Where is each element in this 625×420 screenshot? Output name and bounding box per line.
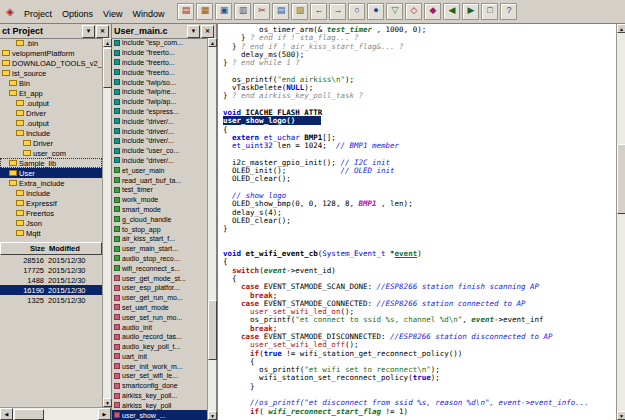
- project-scrollbar-vertical[interactable]: ▲ ▼: [102, 38, 111, 407]
- symbol-item[interactable]: audio_key_poll_t...: [112, 342, 207, 352]
- code-line[interactable]: switch(event->event_id): [223, 267, 616, 275]
- scroll-up-button[interactable]: ▲: [617, 24, 625, 33]
- symbol-item[interactable]: audio_stop_reco...: [112, 254, 207, 264]
- symbol-item[interactable]: user_set_wifi_le...: [112, 371, 207, 381]
- symbol-item[interactable]: audio_record_tas...: [112, 332, 207, 342]
- tree-item[interactable]: Driver: [0, 138, 102, 148]
- symbol-item[interactable]: air_kiss_start_f...: [112, 234, 207, 244]
- copy-icon[interactable]: ▤: [272, 3, 289, 20]
- symbol-item[interactable]: set_uart_mode: [112, 303, 207, 313]
- file-row[interactable]: 13252015/12/30: [0, 295, 102, 305]
- symbol-item[interactable]: wifi_reconnect_s...: [112, 263, 207, 273]
- cut-icon[interactable]: ✂: [253, 3, 270, 20]
- tree-item[interactable]: Driver: [0, 108, 102, 118]
- menu-item-project[interactable]: Project: [19, 8, 57, 20]
- symbol-item[interactable]: smartconfig_done: [112, 381, 207, 391]
- project-scrollbar-horizontal[interactable]: ◀ ▶: [0, 407, 111, 420]
- tree-item[interactable]: velopmentPlatform: [0, 48, 102, 58]
- code-line[interactable]: et_uint32 len = 1024; // BMP1 member: [223, 142, 616, 150]
- window-list-icon[interactable]: □: [481, 3, 498, 20]
- tree-item[interactable]: Include: [0, 128, 102, 138]
- menu-item-view[interactable]: View: [98, 8, 127, 20]
- code-line[interactable]: user_show_logo(): [223, 117, 616, 125]
- tree-item[interactable]: .bin: [0, 38, 102, 48]
- symbol-item[interactable]: include "driver/...: [112, 126, 207, 136]
- save-icon[interactable]: ▣: [215, 3, 232, 20]
- code-line[interactable]: OLED_clear();: [223, 217, 616, 225]
- symbol-item[interactable]: uart_init: [112, 352, 207, 362]
- tree-item[interactable]: DOWNLOAD_TOOLS_v2_4_150924: [0, 58, 102, 68]
- column-modified[interactable]: Modified: [49, 244, 80, 253]
- symbol-item[interactable]: audio_init: [112, 322, 207, 332]
- menu-item-window[interactable]: Window: [127, 8, 169, 20]
- editor-pane[interactable]: os_timer_arm(& test_timer , 1000, 0); } …: [217, 24, 625, 420]
- file-row[interactable]: 285162015/12/30: [0, 255, 102, 265]
- scroll-down-button[interactable]: ▼: [208, 411, 217, 420]
- code-area[interactable]: os_timer_arm(& test_timer , 1000, 0); } …: [218, 24, 616, 420]
- symbol-item[interactable]: airkiss_key_poll...: [112, 391, 207, 401]
- symbol-item[interactable]: smart_mode: [112, 205, 207, 215]
- scrollbar-thumb[interactable]: [103, 48, 112, 88]
- scroll-down-button[interactable]: ▼: [617, 411, 625, 420]
- symbol-item[interactable]: include "driver/...: [112, 136, 207, 146]
- tree-item[interactable]: Bin: [0, 78, 102, 88]
- tree-item[interactable]: Json: [0, 218, 102, 228]
- tree-item[interactable]: Extra_include: [0, 178, 102, 188]
- symbol-item[interactable]: to_stop_app: [112, 224, 207, 234]
- symbol-item[interactable]: user_init_work_m...: [112, 361, 207, 371]
- scroll-left-button[interactable]: ◀: [0, 408, 13, 420]
- symbol-item[interactable]: et_user_main: [112, 165, 207, 175]
- scroll-up-button[interactable]: ▲: [103, 38, 112, 47]
- file-row[interactable]: 177252015/12/30: [0, 265, 102, 275]
- symbol-item[interactable]: user_get_run_mo...: [112, 293, 207, 303]
- back-icon[interactable]: ◀: [443, 3, 460, 20]
- symbol-item[interactable]: airkiss_key_poll: [112, 400, 207, 410]
- print-icon[interactable]: ▥: [234, 3, 251, 20]
- symbol-item[interactable]: include "driver/...: [112, 156, 207, 166]
- symbol-item[interactable]: include "espress...: [112, 107, 207, 117]
- redo-icon[interactable]: →: [329, 3, 346, 20]
- help-icon[interactable]: ?: [500, 3, 517, 20]
- symbol-item[interactable]: user_get_mode_st...: [112, 273, 207, 283]
- scrollbar-thumb[interactable]: [617, 144, 625, 214]
- panel-menu-button[interactable]: ▼: [82, 25, 95, 38]
- find-reference-icon[interactable]: ◆: [424, 3, 441, 20]
- symbol-item[interactable]: include "freerto...: [112, 67, 207, 77]
- code-line[interactable]: OLED_show_bmp(0, 0, 128, 8, BMP1 , len);: [223, 200, 616, 208]
- symbol-item[interactable]: g_cloud_handle: [112, 214, 207, 224]
- scrollbar-thumb[interactable]: [14, 409, 44, 420]
- new-file-icon[interactable]: ▤: [177, 3, 194, 20]
- undo-icon[interactable]: ←: [310, 3, 327, 20]
- code-line[interactable]: case EVENT_STAMODE_SCAN_DONE: //ESP8266 …: [223, 283, 616, 291]
- symbol-item[interactable]: read_uart_buf_ta...: [112, 175, 207, 185]
- code-line[interactable]: if( wifi_reconnect_start_flag != 1): [223, 408, 616, 416]
- open-file-icon[interactable]: ▦: [196, 3, 213, 20]
- tree-item[interactable]: Freertos: [0, 208, 102, 218]
- code-line[interactable]: wifi_station_set_reconnect_policy(true);: [223, 374, 616, 382]
- panel-close-button[interactable]: ✕: [96, 25, 109, 38]
- menu-item-options[interactable]: Options: [57, 8, 98, 20]
- tree-item[interactable]: .output: [0, 98, 102, 108]
- file-row[interactable]: 161902015/12/30: [0, 285, 102, 295]
- symbol-item[interactable]: include "lwip/ne...: [112, 87, 207, 97]
- symbol-item[interactable]: include "esp_com...: [112, 38, 207, 48]
- symbol-item[interactable]: include "freerto...: [112, 58, 207, 68]
- forward-icon[interactable]: ▶: [462, 3, 479, 20]
- code-line[interactable]: } ? end while 1 ?: [223, 59, 616, 67]
- tree-item[interactable]: Sample_lib: [0, 158, 102, 168]
- tree-item[interactable]: .output: [0, 118, 102, 128]
- code-line[interactable]: os_printf("et connect to ssid %s, channe…: [223, 316, 616, 324]
- code-line[interactable]: }: [223, 225, 616, 233]
- symbol-item[interactable]: include "driver/...: [112, 116, 207, 126]
- tree-item[interactable]: Expressif: [0, 198, 102, 208]
- search-icon[interactable]: ○: [348, 3, 365, 20]
- code-line[interactable]: OLED_clear();: [223, 175, 616, 183]
- scroll-right-button[interactable]: ▶: [98, 408, 111, 420]
- code-line[interactable]: if(true != wifi_station_get_reconnect_po…: [223, 350, 616, 358]
- scroll-up-button[interactable]: ▲: [208, 38, 217, 47]
- panel-close-button[interactable]: ✕: [201, 25, 214, 38]
- code-line[interactable]: }: [223, 383, 616, 391]
- goto-definition-icon[interactable]: ◇: [405, 3, 422, 20]
- code-line[interactable]: void et_wifi_event_cb(System_Event_t *ev…: [223, 250, 616, 258]
- code-line[interactable]: } ? end airkiss_key_poll_task ?: [223, 92, 616, 100]
